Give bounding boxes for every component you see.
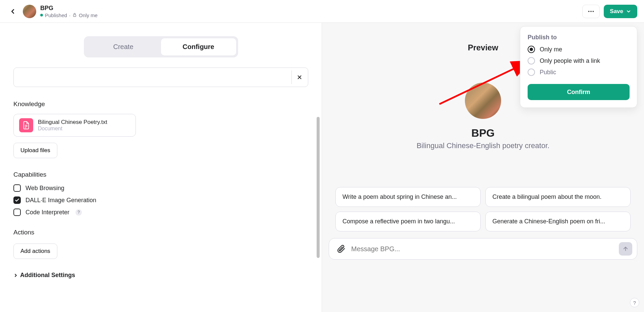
publish-option-label: Public — [540, 69, 556, 76]
svg-point-3 — [593, 11, 594, 12]
preview-description: Bilingual Chinese-English poetry creator… — [417, 141, 549, 150]
close-icon — [297, 74, 303, 80]
gpt-title: BPG — [40, 5, 98, 12]
check-icon — [15, 198, 19, 203]
chat-input-wrap — [329, 238, 637, 260]
chevron-right-icon — [13, 273, 18, 278]
lock-icon — [72, 12, 77, 18]
scrollbar[interactable] — [317, 117, 320, 258]
ellipsis-icon — [587, 8, 595, 15]
clear-input-button[interactable] — [294, 72, 305, 82]
suggestion-chip[interactable]: Generate a Chinese-English poem on fri..… — [485, 212, 631, 231]
suggestion-chip[interactable]: Write a poem about spring in Chinese an.… — [335, 187, 481, 207]
capability-code-interpreter[interactable]: Code Interpreter ? — [13, 209, 308, 216]
publish-option-link[interactable]: Only people with a link — [528, 57, 630, 64]
file-type: Document — [38, 126, 107, 132]
conversation-starter-input[interactable] — [17, 74, 289, 81]
additional-settings-toggle[interactable]: Additional Settings — [13, 272, 308, 279]
header-bar: BPG Published · Only me Save — [0, 0, 644, 23]
status-dot-icon — [40, 14, 43, 16]
preview-name: BPG — [471, 127, 494, 139]
configure-pane: Create Configure Knowledge Bilingual Chi… — [0, 23, 322, 312]
more-menu-button[interactable] — [582, 5, 600, 18]
radio-unselected[interactable] — [528, 69, 535, 76]
tab-group: Create Configure — [84, 36, 238, 57]
publish-option-label: Only me — [540, 46, 562, 53]
send-button[interactable] — [619, 242, 632, 256]
publish-popover: Publish to Only me Only people with a li… — [520, 26, 637, 108]
header-right: Save — [582, 5, 637, 18]
capability-label: DALL·E Image Generation — [25, 197, 96, 204]
checkbox-web-browsing[interactable] — [13, 184, 21, 192]
suggestion-grid: Write a poem about spring in Chinese an.… — [329, 187, 637, 231]
suggestion-chip[interactable]: Compose a reflective poem in two langu..… — [335, 212, 481, 231]
publish-title: Publish to — [528, 34, 630, 41]
arrow-up-icon — [623, 246, 629, 252]
document-icon — [19, 118, 33, 132]
file-info: Bilingual Chinese Poetry.txt Document — [38, 119, 107, 132]
title-meta: Published · Only me — [40, 12, 98, 18]
radio-selected[interactable] — [528, 46, 535, 53]
capabilities-label: Capabilities — [13, 171, 308, 178]
knowledge-file-item[interactable]: Bilingual Chinese Poetry.txt Document — [13, 114, 136, 137]
publish-option-label: Only people with a link — [540, 57, 600, 64]
paperclip-icon — [337, 244, 345, 253]
title-block: BPG Published · Only me — [40, 5, 98, 18]
message-input[interactable] — [351, 245, 613, 253]
chat-input — [329, 238, 637, 260]
svg-point-2 — [590, 11, 592, 12]
file-name: Bilingual Chinese Poetry.txt — [38, 119, 107, 126]
add-actions-button[interactable]: Add actions — [13, 243, 57, 259]
upload-files-button[interactable]: Upload files — [13, 143, 57, 158]
knowledge-label: Knowledge — [13, 100, 308, 108]
help-bubble[interactable]: ? — [630, 298, 639, 307]
capability-dalle[interactable]: DALL·E Image Generation — [13, 196, 308, 204]
gpt-avatar-small — [23, 5, 36, 18]
save-label: Save — [610, 8, 623, 15]
save-button[interactable]: Save — [604, 5, 637, 18]
gpt-avatar-large — [465, 83, 501, 119]
publish-option-public[interactable]: Public — [528, 69, 630, 76]
attach-button[interactable] — [336, 244, 346, 254]
conversation-starter-input-row — [13, 68, 308, 87]
chevron-left-icon — [9, 8, 16, 15]
tab-create[interactable]: Create — [86, 38, 161, 55]
chevron-down-icon — [626, 9, 631, 14]
capability-label: Code Interpreter — [25, 209, 69, 216]
publish-option-only-me[interactable]: Only me — [528, 46, 630, 53]
tab-configure[interactable]: Configure — [161, 38, 236, 55]
actions-label: Actions — [13, 229, 308, 236]
header-left: BPG Published · Only me — [7, 5, 98, 18]
additional-settings-label: Additional Settings — [20, 272, 75, 279]
status-label: Published — [45, 12, 67, 18]
svg-rect-0 — [73, 14, 76, 16]
suggestion-chip[interactable]: Create a bilingual poem about the moon. — [485, 187, 631, 207]
checkbox-code-interpreter[interactable] — [13, 209, 21, 216]
svg-point-1 — [588, 11, 590, 12]
radio-unselected[interactable] — [528, 57, 535, 64]
back-button[interactable] — [7, 5, 19, 17]
preview-heading: Preview — [468, 43, 498, 52]
checkbox-dalle[interactable] — [13, 196, 21, 204]
help-icon[interactable]: ? — [75, 209, 82, 216]
configure-content: Knowledge Bilingual Chinese Poetry.txt D… — [0, 57, 322, 310]
capability-web-browsing[interactable]: Web Browsing — [13, 184, 308, 192]
capability-label: Web Browsing — [25, 185, 64, 192]
confirm-button[interactable]: Confirm — [528, 84, 630, 100]
visibility-label: Only me — [79, 12, 98, 18]
